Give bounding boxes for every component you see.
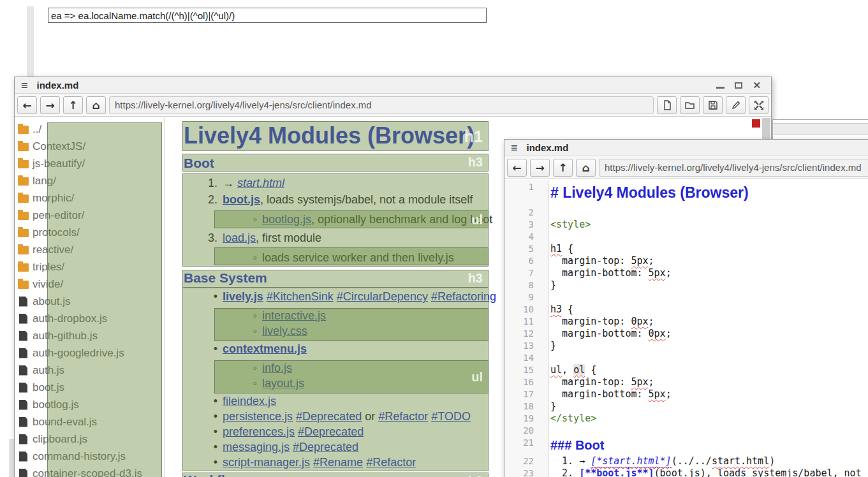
editor-line[interactable]: 20 bbox=[504, 425, 868, 437]
editor-line[interactable]: 23 2. [**boot.js**](boot.js), loads syst… bbox=[504, 467, 868, 477]
md-segment: , optionally benchmark and log boot bbox=[311, 213, 492, 226]
file-list-item[interactable]: boot.js bbox=[15, 379, 165, 396]
editor-line[interactable]: 14 bbox=[504, 352, 868, 364]
file-type-icon bbox=[18, 126, 29, 134]
editor-line[interactable]: 3 <style> bbox=[504, 219, 868, 231]
window-menu-icon[interactable]: ≡ bbox=[511, 142, 518, 154]
md-segment: #Refactor bbox=[366, 456, 416, 469]
editor-line[interactable]: 19 </style> bbox=[504, 413, 868, 425]
file-list-item[interactable]: auth-googledrive.js bbox=[15, 344, 165, 362]
line-code: margin-bottom: 5px; bbox=[541, 388, 672, 400]
file-name: vivide/ bbox=[33, 278, 63, 291]
file-list-item[interactable]: pen-editor/ bbox=[15, 207, 165, 224]
save-button[interactable] bbox=[703, 96, 723, 114]
code-segment: 0px bbox=[631, 316, 648, 327]
file-list-item[interactable]: triples/ bbox=[15, 258, 165, 275]
editor-line[interactable]: 22 1. → [*start.html*](../../start.html) bbox=[504, 455, 868, 467]
editor-line[interactable]: 12 margin-bottom: 0px; bbox=[504, 328, 868, 340]
line-number: 11 bbox=[504, 316, 541, 328]
window1-toolbar: ← → ↑ ⌂ bbox=[15, 94, 771, 117]
md-segment: #Rename bbox=[313, 456, 363, 469]
file-list-item[interactable]: bound-eval.js bbox=[15, 413, 165, 430]
up-button[interactable]: ↑ bbox=[553, 159, 573, 177]
close-icon[interactable]: ✕ bbox=[753, 80, 761, 90]
window2-titlebar[interactable]: ≡ index.md bbox=[504, 140, 868, 156]
source-editor[interactable]: 1 # Lively4 Modules (Browser) 2 3 <style… bbox=[504, 180, 868, 477]
editor-line[interactable]: 9 bbox=[504, 291, 868, 304]
fullscreen-button[interactable] bbox=[749, 96, 769, 114]
open-folder-button[interactable] bbox=[680, 96, 700, 114]
minimize-icon[interactable] bbox=[716, 87, 725, 89]
file-list-item[interactable]: lang/ bbox=[15, 172, 165, 189]
home-button[interactable]: ⌂ bbox=[86, 96, 106, 114]
maximize-icon[interactable] bbox=[735, 82, 742, 89]
background-window-titlebar bbox=[773, 123, 868, 135]
file-list-item[interactable]: reactive/ bbox=[15, 241, 165, 258]
window-menu-icon[interactable]: ≡ bbox=[21, 80, 28, 91]
line-number: 22 bbox=[504, 455, 541, 467]
editor-line[interactable]: 11 margin-top: 0px; bbox=[504, 316, 868, 328]
file-list-item[interactable]: command-history.js bbox=[15, 448, 165, 465]
forward-button[interactable]: → bbox=[530, 159, 550, 177]
editor-line[interactable]: 8 } bbox=[504, 279, 868, 291]
editor-line[interactable]: 1 # Lively4 Modules (Browser) bbox=[504, 181, 868, 207]
file-list-item[interactable]: about.js bbox=[15, 293, 165, 310]
line-number: 23 bbox=[504, 467, 541, 477]
file-list-item[interactable]: clipboard.js bbox=[15, 430, 165, 448]
file-list-item[interactable]: container-scoped-d3.js bbox=[15, 465, 165, 477]
file-list-item[interactable]: bootlog.js bbox=[15, 396, 165, 413]
file-list-item[interactable]: auth-dropbox.js bbox=[15, 310, 165, 327]
code-segment: 0px bbox=[649, 328, 666, 339]
md-segment: bootlog.js bbox=[262, 213, 311, 226]
code-segment: [*start.html*] bbox=[591, 455, 671, 467]
file-list-item[interactable]: js-beautify/ bbox=[15, 155, 165, 172]
line-code: margin-bottom: 5px; bbox=[541, 267, 672, 279]
file-list-item[interactable]: vivide/ bbox=[15, 275, 165, 293]
editor-line[interactable]: 6 margin-top: 5px; bbox=[504, 255, 868, 267]
editor-line[interactable]: 13 } bbox=[504, 340, 868, 352]
file-type-icon bbox=[19, 314, 27, 324]
url-input[interactable] bbox=[599, 159, 868, 177]
editor-line[interactable]: 16 margin-top: 5px; bbox=[504, 376, 868, 388]
line-code: margin-top: 5px; bbox=[541, 376, 654, 388]
file-list-item[interactable]: auth-github.js bbox=[15, 327, 165, 344]
up-button[interactable]: ↑ bbox=[63, 96, 83, 114]
list-marker: ◦ bbox=[240, 360, 257, 376]
editor-line[interactable]: 10 h3 { bbox=[504, 304, 868, 316]
file-list-item[interactable]: protocols/ bbox=[15, 224, 165, 241]
md-segment: #Refactor bbox=[378, 410, 428, 423]
window1-titlebar[interactable]: ≡ index.md ✕ bbox=[15, 77, 771, 94]
code-segment: ; bbox=[666, 267, 672, 279]
editor-line[interactable]: 18 } bbox=[504, 400, 868, 413]
file-type-icon bbox=[18, 246, 29, 254]
line-number: 18 bbox=[504, 400, 541, 413]
file-type-icon bbox=[19, 383, 27, 393]
editor-line[interactable]: 15 ul, ol { bbox=[504, 364, 868, 376]
file-list-item[interactable]: morphic/ bbox=[15, 189, 165, 207]
forward-button[interactable]: → bbox=[40, 96, 60, 114]
filter-expression-input[interactable] bbox=[48, 8, 487, 23]
code-segment: margin-top: bbox=[550, 376, 631, 388]
file-list-item[interactable]: ../ bbox=[15, 121, 165, 138]
new-file-button[interactable] bbox=[657, 96, 677, 114]
editor-line[interactable]: 4 bbox=[504, 231, 868, 243]
list-marker: ◦ bbox=[240, 376, 257, 391]
file-name: protocols/ bbox=[33, 226, 80, 239]
url-input[interactable] bbox=[109, 96, 654, 114]
editor-line[interactable]: 2 bbox=[504, 207, 868, 219]
file-list-item[interactable]: ContextJS/ bbox=[15, 138, 165, 155]
editor-line[interactable]: 7 margin-bottom: 5px; bbox=[504, 267, 868, 279]
file-list-item[interactable]: auth.js bbox=[15, 362, 165, 379]
line-code: } bbox=[541, 340, 556, 352]
line-number: 10 bbox=[504, 304, 541, 316]
home-button[interactable]: ⌂ bbox=[576, 159, 596, 177]
edit-button[interactable] bbox=[726, 96, 746, 114]
editor-line[interactable]: 21 ### Boot bbox=[504, 437, 868, 455]
editor-line[interactable]: 5 h1 { bbox=[504, 243, 868, 255]
editor-line[interactable]: 17 margin-bottom: 5px; bbox=[504, 388, 868, 400]
code-segment: ; bbox=[649, 376, 654, 388]
back-button[interactable]: ← bbox=[507, 159, 527, 177]
file-type-icon bbox=[18, 263, 29, 272]
file-type-icon bbox=[18, 177, 29, 186]
back-button[interactable]: ← bbox=[17, 96, 37, 114]
